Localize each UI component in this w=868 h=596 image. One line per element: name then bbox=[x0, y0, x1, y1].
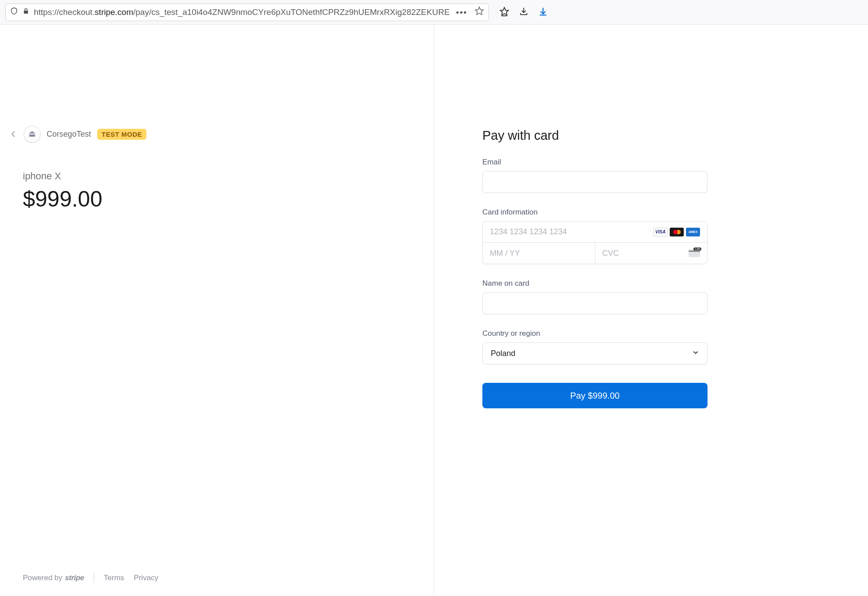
merchant-header: CorsegoTest TEST MODE bbox=[0, 126, 434, 142]
test-mode-badge: TEST MODE bbox=[97, 129, 146, 140]
email-label: Email bbox=[482, 158, 708, 167]
footer-divider bbox=[94, 573, 94, 583]
cvc-card-icon: 135 bbox=[689, 249, 700, 257]
card-info-label: Card information bbox=[482, 208, 708, 217]
shield-icon bbox=[10, 7, 18, 18]
privacy-link[interactable]: Privacy bbox=[134, 574, 158, 582]
payment-pane: Pay with card Email Card information VIS… bbox=[434, 25, 868, 596]
bookmark-star-icon[interactable] bbox=[474, 6, 484, 18]
country-select[interactable]: Poland bbox=[482, 342, 708, 364]
payment-form: Pay with card Email Card information VIS… bbox=[482, 128, 708, 408]
stripe-logo-icon: stripe bbox=[65, 574, 84, 582]
merchant-avatar-icon bbox=[24, 126, 40, 142]
bookmark-menu-icon[interactable] bbox=[500, 7, 509, 18]
merchant-name: CorsegoTest bbox=[47, 130, 91, 139]
cvc-field[interactable] bbox=[602, 249, 689, 258]
card-number-field[interactable] bbox=[490, 227, 653, 236]
form-title: Pay with card bbox=[482, 128, 708, 143]
name-on-card-field[interactable] bbox=[482, 292, 708, 314]
browser-right-controls bbox=[500, 7, 548, 18]
svg-rect-6 bbox=[29, 134, 35, 134]
country-label: Country or region bbox=[482, 329, 708, 338]
card-group: VISA AMEX 135 bbox=[482, 221, 708, 264]
product-price: $999.00 bbox=[23, 186, 434, 212]
svg-marker-1 bbox=[475, 7, 483, 15]
email-field[interactable] bbox=[482, 171, 708, 193]
pay-button[interactable]: Pay $999.00 bbox=[482, 383, 708, 408]
card-brand-icons: VISA AMEX bbox=[653, 228, 700, 236]
address-box[interactable]: https://checkout.stripe.com/pay/cs_test_… bbox=[5, 4, 489, 21]
lock-icon bbox=[22, 7, 29, 17]
visa-icon: VISA bbox=[653, 228, 667, 236]
back-arrow-icon[interactable] bbox=[10, 130, 18, 138]
product-summary: iphone X $999.00 bbox=[0, 171, 434, 212]
card-bottom-row: 135 bbox=[483, 243, 707, 264]
meatballs-icon[interactable]: ••• bbox=[456, 7, 467, 17]
powered-by-stripe[interactable]: Powered by stripe bbox=[23, 574, 84, 582]
expiry-row bbox=[483, 243, 595, 264]
browser-address-bar: https://checkout.stripe.com/pay/cs_test_… bbox=[0, 0, 868, 25]
url-text: https://checkout.stripe.com/pay/cs_test_… bbox=[34, 7, 452, 17]
cvc-row: 135 bbox=[595, 243, 708, 264]
amex-icon: AMEX bbox=[686, 228, 700, 236]
download-tray-icon[interactable] bbox=[519, 7, 529, 18]
country-select-wrap: Poland bbox=[482, 342, 708, 364]
terms-link[interactable]: Terms bbox=[104, 574, 124, 582]
svg-rect-0 bbox=[24, 11, 28, 14]
svg-marker-2 bbox=[500, 7, 508, 15]
powered-by-label: Powered by bbox=[23, 574, 62, 582]
summary-pane: CorsegoTest TEST MODE iphone X $999.00 P… bbox=[0, 25, 434, 596]
mastercard-icon bbox=[670, 228, 684, 236]
name-on-card-label: Name on card bbox=[482, 279, 708, 288]
download-arrow-icon[interactable] bbox=[538, 7, 548, 18]
product-name: iphone X bbox=[23, 171, 434, 182]
checkout-page: CorsegoTest TEST MODE iphone X $999.00 P… bbox=[0, 25, 868, 596]
card-number-row: VISA AMEX bbox=[483, 222, 707, 243]
expiry-field[interactable] bbox=[490, 249, 588, 258]
footer: Powered by stripe Terms Privacy bbox=[23, 573, 158, 583]
